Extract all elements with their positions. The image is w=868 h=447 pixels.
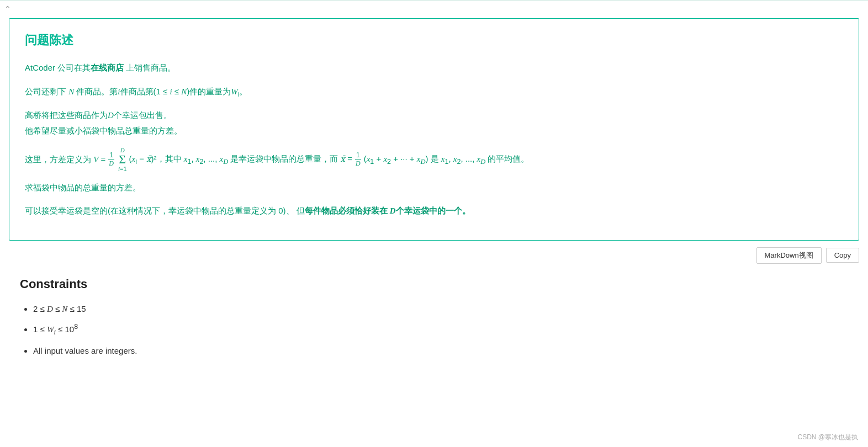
para4-body: (xi − x̄)²，其中 x1, x2, ..., xD 是幸运袋中物品的总重… — [129, 149, 352, 170]
page-wrapper: ⌃ 问题陈述 AtCoder 公司在其在线商店 上销售商品。 公司还剩下 N 件… — [0, 0, 868, 447]
fraction-1-D: 1 D — [108, 151, 115, 168]
constraint-item-3: All input values are integers. — [33, 342, 848, 360]
para3-1: 高桥将把这些商品作为D个幸运包出售。 — [25, 110, 172, 120]
collapse-icon[interactable]: ⌃ — [4, 3, 11, 16]
constraints-list: 2 ≤ D ≤ N ≤ 15 1 ≤ Wi ≤ 108 All input va… — [20, 300, 848, 360]
copy-button[interactable]: Copy — [826, 248, 859, 263]
constraints-section: Constraints 2 ≤ D ≤ N ≤ 15 1 ≤ Wi ≤ 108 … — [0, 264, 868, 374]
para4-end: (x1 + x2 + ··· + xD) 是 x1, x2, ..., xD 的… — [364, 149, 530, 170]
constraints-title: Constraints — [20, 274, 848, 294]
paragraph-3: 高桥将把这些商品作为D个幸运包出售。 他希望尽量减小福袋中物品总重量的方差。 — [25, 108, 843, 139]
paragraph-4-formula: 这里，方差定义为 V = 1 D D Σ i=1 (xi − x̄)²，其中 x… — [25, 147, 843, 172]
para4-pre: 这里，方差定义为 V = — [25, 150, 105, 169]
para1-post: 上销售商品。 — [124, 63, 176, 72]
para5-text: 求福袋中物品的总重量的方差。 — [25, 183, 141, 192]
footer-credit: CSDN @寒冰也是执 — [797, 432, 858, 443]
para3-2: 他希望尽量减小福袋中物品总重量的方差。 — [25, 126, 182, 135]
constraint-item-1: 2 ≤ D ≤ N ≤ 15 — [33, 300, 848, 318]
para2-text: 公司还剩下 N 件商品。第i件商品第(1 ≤ i ≤ N)件的重量为Wi。 — [25, 87, 247, 96]
collapse-bar: ⌃ — [0, 0, 868, 18]
paragraph-1: AtCoder 公司在其在线商店 上销售商品。 — [25, 60, 843, 76]
paragraph-5: 求福袋中物品的总重量的方差。 — [25, 180, 843, 196]
para1-bold: 在线商店 — [91, 63, 124, 72]
section-title: 问题陈述 — [25, 30, 843, 50]
paragraph-6: 可以接受幸运袋是空的(在这种情况下，幸运袋中物品的总重量定义为 0)、 但每件物… — [25, 203, 843, 219]
paragraph-2: 公司还剩下 N 件商品。第i件商品第(1 ≤ i ≤ N)件的重量为Wi。 — [25, 84, 843, 100]
para6-pre: 可以接受幸运袋是空的(在这种情况下，幸运袋中物品的总重量定义为 0)、 但 — [25, 206, 305, 215]
markdown-view-button[interactable]: MarkDown视图 — [756, 247, 822, 264]
constraint-item-2: 1 ≤ Wi ≤ 108 — [33, 320, 848, 340]
para1-pre: AtCoder 公司在其 — [25, 63, 91, 72]
sigma-symbol: D Σ i=1 — [118, 147, 127, 172]
problem-section: 问题陈述 AtCoder 公司在其在线商店 上销售商品。 公司还剩下 N 件商品… — [9, 18, 859, 241]
para6-bold: 每件物品必须恰好装在 D个幸运袋中的一个。 — [305, 206, 470, 215]
fraction-1-D-2: 1 D — [354, 151, 362, 168]
toolbar-row: MarkDown视图 Copy — [0, 241, 868, 264]
